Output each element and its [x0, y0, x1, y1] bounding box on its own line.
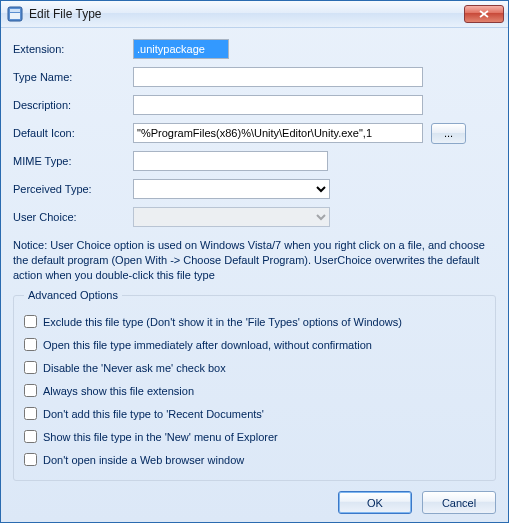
dialog-buttons: OK Cancel [13, 481, 496, 514]
chk-no-recent-docs[interactable]: Don't add this file type to 'Recent Docu… [24, 407, 485, 420]
chk-disable-never-ask-box[interactable] [24, 361, 37, 374]
close-icon [479, 10, 489, 18]
row-default-icon: Default Icon: ... [13, 122, 496, 144]
chk-disable-never-ask[interactable]: Disable the 'Never ask me' check box [24, 361, 485, 374]
label-description: Description: [13, 99, 133, 111]
chk-new-menu[interactable]: Show this file type in the 'New' menu of… [24, 430, 485, 443]
type-name-input[interactable] [133, 67, 423, 87]
label-perceived-type: Perceived Type: [13, 183, 133, 195]
client-area: Extension: Type Name: Description: Defau… [1, 28, 508, 522]
perceived-type-select[interactable] [133, 179, 330, 199]
chk-always-show-ext-box[interactable] [24, 384, 37, 397]
svg-rect-2 [10, 13, 20, 19]
chk-label: Exclude this file type (Don't show it in… [43, 316, 402, 328]
label-type-name: Type Name: [13, 71, 133, 83]
label-user-choice: User Choice: [13, 211, 133, 223]
ok-button[interactable]: OK [338, 491, 412, 514]
chk-always-show-ext[interactable]: Always show this file extension [24, 384, 485, 397]
chk-exclude-file-type-box[interactable] [24, 315, 37, 328]
chk-no-web-browser[interactable]: Don't open inside a Web browser window [24, 453, 485, 466]
chk-exclude-file-type[interactable]: Exclude this file type (Don't show it in… [24, 315, 485, 328]
label-mime-type: MIME Type: [13, 155, 133, 167]
chk-label: Always show this file extension [43, 385, 194, 397]
advanced-options-legend: Advanced Options [24, 289, 122, 301]
chk-new-menu-box[interactable] [24, 430, 37, 443]
titlebar[interactable]: Edit File Type [1, 1, 508, 28]
chk-label: Disable the 'Never ask me' check box [43, 362, 226, 374]
chk-no-web-browser-box[interactable] [24, 453, 37, 466]
row-description: Description: [13, 94, 496, 116]
mime-type-input[interactable] [133, 151, 328, 171]
chk-open-after-download[interactable]: Open this file type immediately after do… [24, 338, 485, 351]
svg-rect-1 [10, 9, 20, 12]
window-title: Edit File Type [29, 7, 464, 21]
chk-label: Don't add this file type to 'Recent Docu… [43, 408, 264, 420]
label-default-icon: Default Icon: [13, 127, 133, 139]
app-icon [7, 6, 23, 22]
row-extension: Extension: [13, 38, 496, 60]
extension-input[interactable] [133, 39, 229, 59]
browse-icon-button[interactable]: ... [431, 123, 466, 144]
description-input[interactable] [133, 95, 423, 115]
label-extension: Extension: [13, 43, 133, 55]
default-icon-input[interactable] [133, 123, 423, 143]
chk-label: Don't open inside a Web browser window [43, 454, 244, 466]
dialog-window: Edit File Type Extension: Type Name: Des… [0, 0, 509, 523]
chk-no-recent-docs-box[interactable] [24, 407, 37, 420]
row-perceived-type: Perceived Type: [13, 178, 496, 200]
row-type-name: Type Name: [13, 66, 496, 88]
close-button[interactable] [464, 5, 504, 23]
chk-label: Open this file type immediately after do… [43, 339, 372, 351]
cancel-button[interactable]: Cancel [422, 491, 496, 514]
advanced-options-group: Advanced Options Exclude this file type … [13, 289, 496, 481]
chk-open-after-download-box[interactable] [24, 338, 37, 351]
chk-label: Show this file type in the 'New' menu of… [43, 431, 278, 443]
user-choice-select [133, 207, 330, 227]
notice-text: Notice: User Choice option is used on Wi… [13, 238, 496, 283]
row-user-choice: User Choice: [13, 206, 496, 228]
row-mime-type: MIME Type: [13, 150, 496, 172]
